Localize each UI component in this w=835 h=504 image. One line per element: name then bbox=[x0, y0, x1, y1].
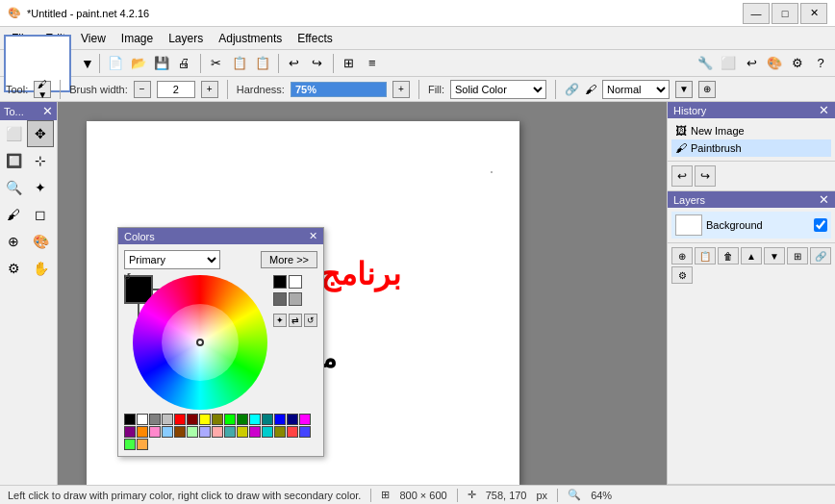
tool-paintbrush[interactable]: 🖌 bbox=[0, 201, 27, 228]
blend-mode-select[interactable]: Normal Multiply Screen bbox=[602, 80, 670, 99]
palette-color-swatch[interactable] bbox=[249, 414, 261, 425]
layers-close-icon[interactable]: ✕ bbox=[819, 193, 829, 206]
close-button[interactable]: ✕ bbox=[800, 3, 827, 24]
layer-delete-btn[interactable]: 🗑 bbox=[718, 247, 739, 265]
palette-color-swatch[interactable] bbox=[124, 414, 136, 425]
toolbar-redo[interactable]: ↪ bbox=[307, 53, 328, 74]
palette-color-swatch[interactable] bbox=[249, 426, 261, 438]
toolbar-settings-r4[interactable]: 🎨 bbox=[764, 53, 785, 74]
swap-colors-icon[interactable]: ⇄ bbox=[289, 314, 302, 327]
toolbar-open[interactable]: 📂 bbox=[128, 53, 149, 74]
tool-pan[interactable]: ✋ bbox=[27, 255, 54, 282]
layer-merge-btn[interactable]: ⊞ bbox=[787, 247, 808, 265]
black-swatch[interactable] bbox=[273, 275, 287, 289]
brush-width-increase[interactable]: + bbox=[201, 81, 218, 98]
palette-color-swatch[interactable] bbox=[124, 439, 136, 450]
palette-color-swatch[interactable] bbox=[137, 414, 148, 425]
layer-background-item[interactable]: Background bbox=[671, 212, 831, 239]
palette-color-swatch[interactable] bbox=[137, 439, 148, 450]
palette-color-swatch[interactable] bbox=[174, 414, 186, 425]
menu-effects[interactable]: Effects bbox=[290, 30, 340, 47]
palette-color-swatch[interactable] bbox=[262, 426, 273, 438]
menu-adjustments[interactable]: Adjustments bbox=[211, 30, 290, 47]
palette-color-swatch[interactable] bbox=[224, 414, 236, 425]
tool-move-selection[interactable]: ⊹ bbox=[27, 147, 54, 174]
toolbox-close-icon[interactable]: ✕ bbox=[42, 104, 53, 118]
tool-recolor[interactable]: 🎨 bbox=[27, 228, 54, 255]
toolbar-undo[interactable]: ↩ bbox=[284, 53, 305, 74]
thumb-dropdown-icon[interactable]: ▼ bbox=[81, 56, 94, 71]
toolbar-new[interactable]: 📄 bbox=[105, 53, 126, 74]
toolbar-copy[interactable]: 📋 bbox=[229, 53, 250, 74]
palette-color-swatch[interactable] bbox=[287, 426, 298, 438]
palette-color-swatch[interactable] bbox=[137, 426, 148, 438]
menu-view[interactable]: View bbox=[73, 30, 114, 47]
colors-close-icon[interactable]: ✕ bbox=[309, 230, 317, 242]
palette-color-swatch[interactable] bbox=[299, 414, 311, 425]
palette-color-swatch[interactable] bbox=[212, 426, 223, 438]
palette-color-swatch[interactable] bbox=[237, 426, 248, 438]
blend-dropdown-btn[interactable]: ▼ bbox=[675, 81, 693, 98]
toolbar-print[interactable]: 🖨 bbox=[174, 53, 195, 74]
layer-properties-btn[interactable]: ⚙ bbox=[671, 266, 693, 284]
tool-move[interactable]: ✥ bbox=[27, 120, 54, 147]
tool-clone-stamp[interactable]: ⊕ bbox=[0, 228, 27, 255]
palette-color-swatch[interactable] bbox=[224, 426, 236, 438]
colors-panel-header[interactable]: Colors ✕ bbox=[118, 228, 323, 244]
toolbar-overflow[interactable]: ≡ bbox=[362, 53, 383, 74]
menu-layers[interactable]: Layers bbox=[161, 30, 211, 47]
palette-color-swatch[interactable] bbox=[187, 414, 198, 425]
palette-color-swatch[interactable] bbox=[162, 426, 173, 438]
toolbar-settings-r3[interactable]: ↩ bbox=[741, 53, 762, 74]
palette-color-swatch[interactable] bbox=[287, 414, 298, 425]
palette-color-swatch[interactable] bbox=[237, 414, 248, 425]
palette-color-swatch[interactable] bbox=[274, 414, 286, 425]
maximize-button[interactable]: □ bbox=[772, 3, 798, 24]
white-swatch[interactable] bbox=[289, 275, 302, 289]
fill-select[interactable]: Solid Color bbox=[450, 80, 546, 99]
palette-color-swatch[interactable] bbox=[149, 426, 161, 438]
palette-color-swatch[interactable] bbox=[174, 426, 186, 438]
tool-settings[interactable]: ⚙ bbox=[0, 255, 27, 282]
history-undo-btn[interactable]: ↩ bbox=[671, 165, 693, 187]
history-redo-btn[interactable]: ↪ bbox=[695, 165, 716, 187]
color-cycle-icon[interactable]: ↺ bbox=[123, 271, 131, 282]
brush-width-input[interactable] bbox=[157, 81, 195, 98]
tool-eraser[interactable]: ◻ bbox=[27, 201, 54, 228]
reset-colors-icon[interactable]: ↺ bbox=[304, 314, 317, 327]
history-item-new-image[interactable]: 🖼 New Image bbox=[671, 122, 831, 139]
palette-color-swatch[interactable] bbox=[162, 414, 173, 425]
tool-zoom[interactable]: 🔍 bbox=[0, 174, 27, 201]
hardness-bar[interactable]: 75% bbox=[291, 82, 387, 97]
palette-color-swatch[interactable] bbox=[187, 426, 198, 438]
layer-link-btn[interactable]: 🔗 bbox=[810, 247, 831, 265]
toolbar-cut[interactable]: ✂ bbox=[206, 53, 227, 74]
toolbar-save[interactable]: 💾 bbox=[151, 53, 172, 74]
palette-color-swatch[interactable] bbox=[199, 426, 211, 438]
tool-rectangle-select[interactable]: ⬜ bbox=[0, 120, 27, 147]
palette-color-swatch[interactable] bbox=[149, 414, 161, 425]
palette-color-swatch[interactable] bbox=[274, 426, 286, 438]
layer-up-btn[interactable]: ▲ bbox=[741, 247, 762, 265]
toolbar-grid[interactable]: ⊞ bbox=[339, 53, 360, 74]
color-mode-select[interactable]: Primary Secondary bbox=[124, 250, 220, 269]
gray-swatch-1[interactable] bbox=[273, 292, 287, 306]
layer-down-btn[interactable]: ▼ bbox=[764, 247, 785, 265]
layer-copy-btn[interactable]: 📋 bbox=[695, 247, 716, 265]
color-wheel-cursor[interactable] bbox=[196, 339, 204, 346]
toolbar-paste[interactable]: 📋 bbox=[252, 53, 273, 74]
menu-image[interactable]: Image bbox=[114, 30, 161, 47]
tool-select-dropdown[interactable]: 🖌▼ bbox=[34, 81, 51, 98]
toolbar-settings-r1[interactable]: 🔧 bbox=[695, 53, 716, 74]
toolbar-settings-gear[interactable]: ⚙ bbox=[787, 53, 808, 74]
tool-lasso[interactable]: 🔲 bbox=[0, 147, 27, 174]
palette-color-swatch[interactable] bbox=[262, 414, 273, 425]
minimize-button[interactable]: — bbox=[743, 3, 770, 24]
layer-visible-checkbox[interactable] bbox=[814, 218, 827, 232]
gray-swatch-2[interactable] bbox=[289, 292, 302, 306]
palette-color-swatch[interactable] bbox=[124, 426, 136, 438]
hardness-increase[interactable]: + bbox=[392, 81, 410, 98]
brush-width-decrease[interactable]: − bbox=[134, 81, 151, 98]
opacity-ctrl-btn[interactable]: ⊕ bbox=[698, 81, 716, 98]
palette-color-swatch[interactable] bbox=[299, 426, 311, 438]
